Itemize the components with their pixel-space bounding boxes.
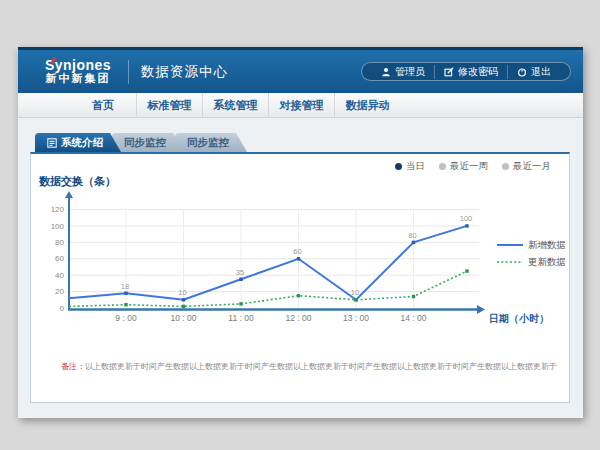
radio-dot-icon xyxy=(502,163,509,170)
footer-note: 备注：以上数据更新于时间产生数据以上数据更新于时间产生数据以上数据更新于时间产生… xyxy=(61,361,559,372)
svg-text:100: 100 xyxy=(460,214,473,223)
svg-text:60: 60 xyxy=(55,254,64,263)
nav-item[interactable]: 数据异动 xyxy=(334,93,400,117)
svg-text:10: 10 xyxy=(351,288,359,297)
edit-icon xyxy=(444,67,454,77)
nav-item[interactable]: 标准管理 xyxy=(136,93,202,117)
footer-note-label: 备注： xyxy=(61,362,85,371)
radio-option[interactable]: 当日 xyxy=(395,160,425,173)
nav-item[interactable]: 首页 xyxy=(70,93,136,117)
svg-text:80: 80 xyxy=(408,231,416,240)
logo-text-en: Synjones xyxy=(38,58,118,73)
radio-option[interactable]: 最近一月 xyxy=(502,160,551,173)
svg-text:100: 100 xyxy=(51,222,65,231)
svg-text:80: 80 xyxy=(55,238,64,247)
nav-item[interactable]: 系统管理 xyxy=(202,93,268,117)
svg-text:9 : 00: 9 : 00 xyxy=(115,313,137,323)
logout-button[interactable]: 退出 xyxy=(507,65,560,79)
tab-bar: 系统介绍同步监控同步监控 xyxy=(35,133,238,152)
svg-text:0: 0 xyxy=(60,304,65,313)
svg-text:10: 10 xyxy=(178,288,186,297)
desktop-background: Synjones 新中新集团 数据资源中心 管理员修改密码退出 首页标准管理系统… xyxy=(0,0,600,450)
power-icon xyxy=(517,67,527,77)
svg-text:13 : 00: 13 : 00 xyxy=(343,313,369,323)
svg-text:更新数据: 更新数据 xyxy=(528,256,566,267)
user-icon xyxy=(381,67,391,77)
svg-text:120: 120 xyxy=(51,205,65,214)
chart-y-axis-title: 数据交换（条） xyxy=(39,174,116,189)
content-area: 系统介绍同步监控同步监控 当日最近一周最近一月 数据交换（条） 02040608… xyxy=(18,118,583,418)
user-button[interactable]: 管理员 xyxy=(372,65,434,79)
svg-text:日期（小时）: 日期（小时） xyxy=(489,313,549,324)
main-nav: 首页标准管理系统管理对接管理数据异动 xyxy=(18,93,583,118)
svg-text:10 : 00: 10 : 00 xyxy=(171,313,197,323)
form-icon xyxy=(47,138,57,148)
tab[interactable]: 系统介绍 xyxy=(35,133,121,152)
header: Synjones 新中新集团 数据资源中心 管理员修改密码退出 xyxy=(18,50,583,93)
svg-text:新增数据: 新增数据 xyxy=(528,239,566,250)
svg-text:18: 18 xyxy=(121,282,129,291)
logo: Synjones 新中新集团 xyxy=(38,58,118,84)
chart-panel: 当日最近一周最近一月 数据交换（条） 0204060801001209 : 00… xyxy=(30,152,570,403)
header-divider xyxy=(128,60,129,84)
nav-item[interactable]: 对接管理 xyxy=(268,93,334,117)
header-action-group: 管理员修改密码退出 xyxy=(361,62,571,81)
logo-text-cn: 新中新集团 xyxy=(38,73,118,85)
app-window: Synjones 新中新集团 数据资源中心 管理员修改密码退出 首页标准管理系统… xyxy=(18,47,583,418)
radio-dot-icon xyxy=(439,163,446,170)
svg-text:12 : 00: 12 : 00 xyxy=(286,313,312,323)
svg-text:35: 35 xyxy=(236,268,244,277)
radio-dot-icon xyxy=(395,163,402,170)
page-title: 数据资源中心 xyxy=(141,63,228,81)
data-exchange-line-chart: 0204060801001209 : 0010 : 0011 : 0012 : … xyxy=(31,190,571,345)
tab[interactable]: 同步监控 xyxy=(175,133,247,152)
radio-option[interactable]: 最近一周 xyxy=(439,160,488,173)
svg-text:11 : 00: 11 : 00 xyxy=(228,313,254,323)
change-password-button[interactable]: 修改密码 xyxy=(434,65,507,79)
time-range-filter: 当日最近一周最近一月 xyxy=(395,160,551,173)
svg-text:60: 60 xyxy=(293,247,301,256)
svg-text:14 : 00: 14 : 00 xyxy=(401,313,427,323)
svg-text:40: 40 xyxy=(55,271,64,280)
tab[interactable]: 同步监控 xyxy=(112,133,184,152)
svg-text:20: 20 xyxy=(55,287,64,296)
footer-note-text: 以上数据更新于时间产生数据以上数据更新于时间产生数据以上数据更新于时间产生数据以… xyxy=(85,362,557,371)
